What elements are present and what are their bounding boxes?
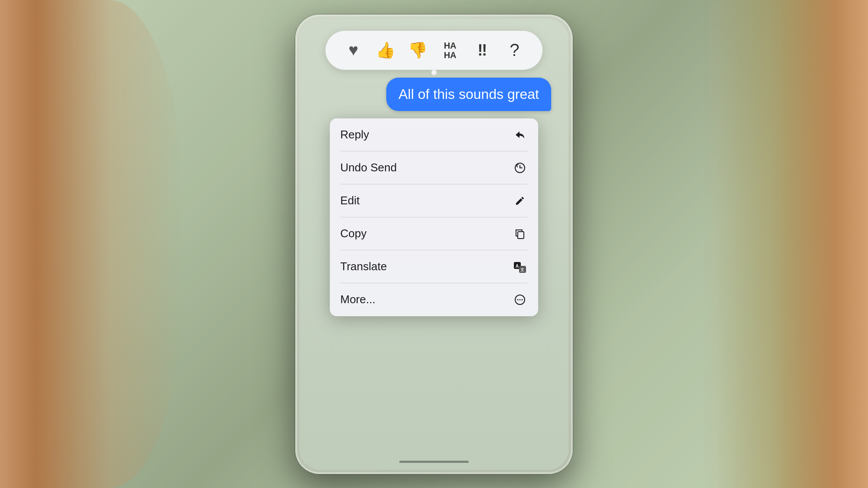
reaction-connector [431, 70, 437, 75]
menu-item-translate[interactable]: Translate A 文 [330, 250, 538, 283]
menu-label-reply: Reply [340, 128, 369, 141]
reaction-bar: ♥ 👍 👎 HAHA ‼ ? [326, 31, 542, 70]
home-indicator [399, 461, 469, 463]
menu-item-reply[interactable]: Reply [330, 118, 538, 151]
menu-item-more[interactable]: More... [330, 283, 538, 316]
translate-icon: A 文 [512, 259, 528, 275]
reaction-thumbs-up[interactable]: 👍 [373, 37, 399, 63]
reaction-question[interactable]: ? [502, 37, 528, 63]
menu-label-edit: Edit [340, 194, 360, 207]
more-icon [512, 292, 528, 308]
undo-send-icon [512, 160, 528, 176]
reaction-exclamation[interactable]: ‼ [469, 37, 495, 63]
copy-icon [512, 226, 528, 242]
svg-point-7 [517, 299, 519, 300]
phone-screen: ♥ 👍 👎 HAHA ‼ ? All of this sounds great … [299, 19, 569, 470]
context-menu: Reply Undo Send [330, 118, 538, 316]
message-bubble: All of this sounds great [386, 78, 551, 111]
svg-text:文: 文 [520, 268, 524, 272]
edit-icon [512, 193, 528, 209]
svg-point-9 [522, 299, 523, 300]
phone-frame: ♥ 👍 👎 HAHA ‼ ? All of this sounds great … [295, 14, 573, 474]
reaction-haha[interactable]: HAHA [437, 37, 463, 63]
svg-point-8 [519, 299, 521, 300]
message-text: All of this sounds great [398, 86, 539, 102]
hand-left [0, 0, 182, 488]
svg-rect-1 [518, 232, 524, 239]
hand-right [703, 0, 868, 488]
menu-label-undo-send: Undo Send [340, 161, 397, 174]
menu-label-translate: Translate [340, 260, 387, 273]
svg-text:A: A [516, 264, 519, 269]
menu-item-copy[interactable]: Copy [330, 217, 538, 250]
menu-item-edit[interactable]: Edit [330, 184, 538, 217]
scene: ♥ 👍 👎 HAHA ‼ ? All of this sounds great … [0, 0, 868, 488]
menu-label-more: More... [340, 293, 375, 306]
reaction-heart[interactable]: ♥ [340, 37, 366, 63]
reaction-thumbs-down[interactable]: 👎 [405, 37, 431, 63]
menu-item-undo-send[interactable]: Undo Send [330, 151, 538, 184]
menu-label-copy: Copy [340, 227, 367, 240]
reply-icon [512, 127, 528, 143]
